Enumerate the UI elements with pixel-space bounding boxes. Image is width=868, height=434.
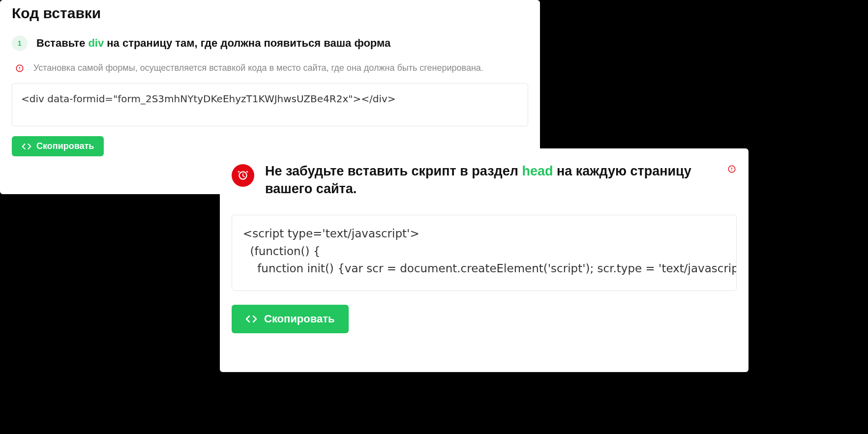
copy-script-label: Скопировать bbox=[264, 313, 335, 325]
copy-script-button[interactable]: Скопировать bbox=[232, 305, 349, 333]
code-icon bbox=[245, 313, 257, 325]
step-row: 1 Вставьте div на страницу там, где долж… bbox=[12, 35, 528, 51]
step-instruction: Вставьте div на страницу там, где должна… bbox=[36, 37, 390, 50]
div-code-box[interactable]: <div data-formid="form_2S3mhNYtyDKeEhyzT… bbox=[12, 83, 528, 126]
step-keyword: div bbox=[88, 37, 104, 49]
reminder-text: Не забудьте вставить скрипт в раздел hea… bbox=[265, 162, 713, 198]
copy-div-label: Скопировать bbox=[36, 141, 94, 151]
step-text-after: на страницу там, где должна появиться ва… bbox=[104, 37, 390, 49]
info-icon[interactable] bbox=[727, 164, 737, 174]
reminder-keyword: head bbox=[522, 164, 553, 178]
step-number-badge: 1 bbox=[12, 35, 28, 51]
info-row: Установка самой формы, осуществляется вс… bbox=[12, 63, 528, 73]
alarm-icon bbox=[232, 164, 254, 187]
copy-div-button[interactable]: Скопировать bbox=[12, 136, 104, 156]
script-reminder-card: Не забудьте вставить скрипт в раздел hea… bbox=[220, 148, 748, 372]
svg-point-2 bbox=[19, 69, 20, 70]
reminder-header: Не забудьте вставить скрипт в раздел hea… bbox=[232, 162, 737, 198]
step-text-before: Вставьте bbox=[36, 37, 88, 49]
card-title: Код вставки bbox=[12, 5, 528, 22]
info-icon bbox=[15, 63, 25, 73]
script-code-box[interactable]: <script type='text/javascript'> (functio… bbox=[232, 215, 737, 291]
reminder-before: Не забудьте вставить скрипт в раздел bbox=[265, 164, 522, 178]
info-text: Установка самой формы, осуществляется вс… bbox=[33, 63, 483, 73]
code-icon bbox=[22, 142, 31, 151]
svg-point-5 bbox=[731, 171, 732, 172]
